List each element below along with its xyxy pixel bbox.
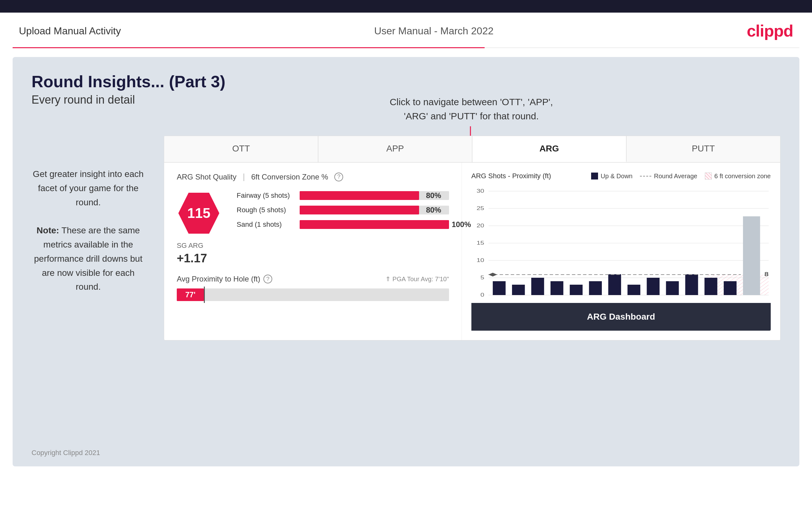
proximity-value: 77' — [185, 290, 195, 299]
manual-label: User Manual - March 2022 — [374, 25, 494, 37]
svg-text:15: 15 — [476, 240, 484, 246]
svg-rect-30 — [705, 278, 717, 295]
tab-putt[interactable]: PUTT — [626, 136, 780, 162]
proximity-cursor — [204, 287, 205, 303]
fairway-pct: 80% — [426, 191, 441, 200]
svg-rect-19 — [493, 281, 506, 295]
panel-body: ARG Shot Quality | 6ft Conversion Zone %… — [164, 163, 780, 340]
panel-right: ARG Shots - Proximity (ft) Up & Down Rou… — [462, 163, 780, 340]
shot-row-rough: Rough (5 shots) 80% — [237, 206, 449, 215]
tabs-row: OTT APP ARG PUTT — [164, 136, 780, 163]
svg-rect-21 — [531, 278, 544, 295]
legend-round-avg-label: Round Average — [654, 173, 697, 180]
svg-rect-22 — [551, 281, 563, 295]
rough-bar-fill: 80% — [300, 206, 419, 215]
top-bar — [0, 0, 812, 13]
header-divider — [13, 47, 799, 48]
legend-items: Up & Down Round Average 6 ft conversion … — [591, 173, 771, 180]
sg-label: SG ARG — [177, 241, 449, 250]
legend-up-down-label: Up & Down — [601, 173, 632, 180]
main-content: Round Insights... (Part 3) Every round i… — [13, 57, 799, 466]
svg-rect-27 — [647, 278, 659, 295]
proximity-bar: 77' — [177, 288, 449, 301]
panel-left: ARG Shot Quality | 6ft Conversion Zone %… — [164, 163, 462, 340]
sg-section: SG ARG +1.17 — [177, 241, 449, 265]
legend-round-avg: Round Average — [640, 173, 697, 180]
svg-rect-20 — [512, 285, 525, 295]
chart-area: 0 5 10 15 20 25 30 — [471, 186, 771, 300]
svg-rect-26 — [627, 285, 640, 295]
shot-row-sand: Sand (1 shots) 100% — [237, 220, 449, 229]
rough-label: Rough (5 shots) — [237, 206, 300, 214]
footer: Copyright Clippd 2021 — [32, 449, 100, 457]
legend-up-down: Up & Down — [591, 173, 632, 180]
svg-rect-25 — [608, 274, 621, 295]
sand-pct: 100% — [452, 220, 471, 229]
hex-score: 115 — [177, 191, 221, 235]
svg-rect-32 — [743, 216, 760, 295]
legend-conversion-zone: 6 ft conversion zone — [705, 173, 771, 180]
fairway-label: Fairway (5 shots) — [237, 191, 300, 200]
arg-dashboard-button[interactable]: ARG Dashboard — [471, 303, 771, 331]
sg-value: +1.17 — [177, 251, 449, 265]
tab-ott[interactable]: OTT — [164, 136, 318, 162]
hex-number: 115 — [187, 205, 210, 221]
svg-text:8: 8 — [764, 271, 769, 277]
sand-bar: 100% — [300, 220, 449, 229]
arg-shot-quality-label: ARG Shot Quality — [177, 173, 236, 181]
rough-bar: 80% — [300, 206, 449, 215]
chart-legend-row: ARG Shots - Proximity (ft) Up & Down Rou… — [471, 172, 771, 180]
shot-bars: Fairway (5 shots) 80% Rough (5 shots) — [237, 191, 449, 235]
legend-conversion-label: 6 ft conversion zone — [714, 173, 771, 180]
main-panel: OTT APP ARG PUTT ARG Shot Quality | 6ft … — [164, 136, 780, 340]
fairway-bar: 80% — [300, 191, 449, 200]
chart-svg: 0 5 10 15 20 25 30 — [471, 186, 771, 300]
score-row: 115 Fairway (5 shots) 80% — [177, 191, 449, 235]
annotation-text: Click to navigate between 'OTT', 'APP','… — [390, 95, 553, 123]
section-header: ARG Shot Quality | 6ft Conversion Zone %… — [177, 172, 449, 182]
proximity-header: Avg Proximity to Hole (ft) ? ⇑ PGA Tour … — [177, 275, 449, 283]
svg-text:5: 5 — [480, 275, 484, 281]
shot-row-fairway: Fairway (5 shots) 80% — [237, 191, 449, 200]
sand-label: Sand (1 shots) — [237, 220, 300, 229]
fairway-bar-fill: 80% — [300, 191, 419, 200]
tab-app[interactable]: APP — [318, 136, 472, 162]
legend-dashed-icon — [640, 176, 651, 177]
chart-title: ARG Shots - Proximity (ft) — [471, 172, 551, 180]
svg-rect-24 — [589, 281, 602, 295]
svg-marker-34 — [489, 273, 497, 277]
page-title: Round Insights... (Part 3) — [32, 73, 780, 91]
rough-pct: 80% — [426, 206, 441, 215]
svg-rect-23 — [570, 285, 582, 295]
conversion-zone-label: 6ft Conversion Zone % — [251, 173, 328, 181]
svg-text:30: 30 — [476, 188, 484, 194]
pga-avg-label: ⇑ PGA Tour Avg: 7'10" — [385, 275, 449, 283]
header: Upload Manual Activity User Manual - Mar… — [0, 13, 812, 47]
svg-text:0: 0 — [480, 292, 484, 298]
upload-label[interactable]: Upload Manual Activity — [19, 25, 121, 37]
svg-text:25: 25 — [476, 206, 484, 211]
proximity-label: Avg Proximity to Hole (ft) ? — [177, 275, 272, 283]
clippd-logo: clippd — [747, 21, 793, 40]
svg-text:10: 10 — [476, 258, 484, 263]
svg-text:20: 20 — [476, 223, 484, 229]
legend-hatched-icon — [705, 173, 712, 179]
sand-bar-fill: 100% — [300, 220, 449, 229]
proximity-help-icon[interactable]: ? — [263, 275, 272, 283]
proximity-bar-fill: 77' — [177, 288, 204, 301]
left-insight-text: Get greater insight into each facet of y… — [32, 167, 145, 294]
tab-arg[interactable]: ARG — [472, 136, 626, 162]
note-label: Note: — [37, 225, 59, 235]
legend-square-icon — [591, 173, 598, 179]
svg-rect-28 — [666, 281, 679, 295]
help-icon[interactable]: ? — [334, 173, 343, 181]
svg-rect-29 — [685, 274, 698, 295]
svg-rect-31 — [724, 281, 737, 295]
